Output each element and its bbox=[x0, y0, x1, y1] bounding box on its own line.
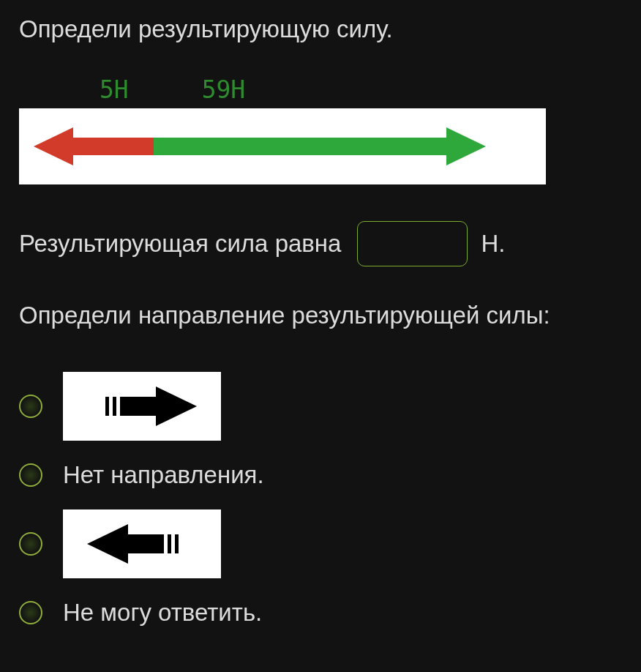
radio-option-4[interactable] bbox=[19, 601, 42, 624]
arrow-head-right-icon bbox=[446, 127, 486, 165]
force-right-label: 59Н bbox=[202, 75, 246, 104]
svg-rect-8 bbox=[171, 533, 175, 555]
force-diagram bbox=[19, 108, 546, 184]
option-4-label: Не могу ответить. bbox=[63, 599, 262, 627]
svg-rect-7 bbox=[164, 533, 168, 555]
radio-option-3[interactable] bbox=[19, 532, 42, 556]
resultant-force-input[interactable] bbox=[357, 221, 468, 266]
svg-rect-1 bbox=[102, 395, 105, 417]
direction-prompt: Определи направление результирующей силы… bbox=[19, 302, 622, 329]
arrow-left-icon bbox=[80, 518, 204, 570]
svg-rect-2 bbox=[109, 395, 113, 417]
arrow-right-icon bbox=[80, 381, 204, 432]
svg-rect-3 bbox=[116, 395, 120, 417]
quiz-page: Определи результирующую силу. 5Н 59Н Рез… bbox=[0, 0, 641, 672]
arrow-shaft-right bbox=[154, 138, 446, 155]
option-3 bbox=[19, 509, 622, 578]
force-left-label: 5Н bbox=[100, 75, 129, 104]
option-1 bbox=[19, 372, 622, 441]
answer-unit: Н. bbox=[481, 230, 505, 258]
option-1-image bbox=[63, 372, 221, 441]
option-2: Нет направления. bbox=[19, 461, 622, 489]
radio-option-1[interactable] bbox=[19, 395, 42, 418]
direction-options: Нет направления. Не могу ответить. bbox=[19, 372, 622, 627]
option-2-label: Нет направления. bbox=[63, 461, 264, 489]
arrow-head-left-icon bbox=[34, 127, 73, 165]
arrow-shaft-left bbox=[73, 138, 154, 155]
answer-line: Результирующая сила равна Н. bbox=[19, 221, 622, 266]
answer-label: Результирующая сила равна bbox=[19, 230, 341, 258]
svg-marker-5 bbox=[87, 524, 128, 564]
force-arrows-svg bbox=[19, 108, 546, 184]
radio-option-2[interactable] bbox=[19, 463, 42, 487]
svg-marker-4 bbox=[156, 387, 197, 426]
option-3-image bbox=[63, 509, 221, 578]
svg-rect-9 bbox=[179, 533, 182, 555]
force-labels: 5Н 59Н bbox=[19, 75, 622, 104]
question-prompt: Определи результирующую силу. bbox=[19, 13, 622, 46]
option-4: Не могу ответить. bbox=[19, 599, 622, 627]
